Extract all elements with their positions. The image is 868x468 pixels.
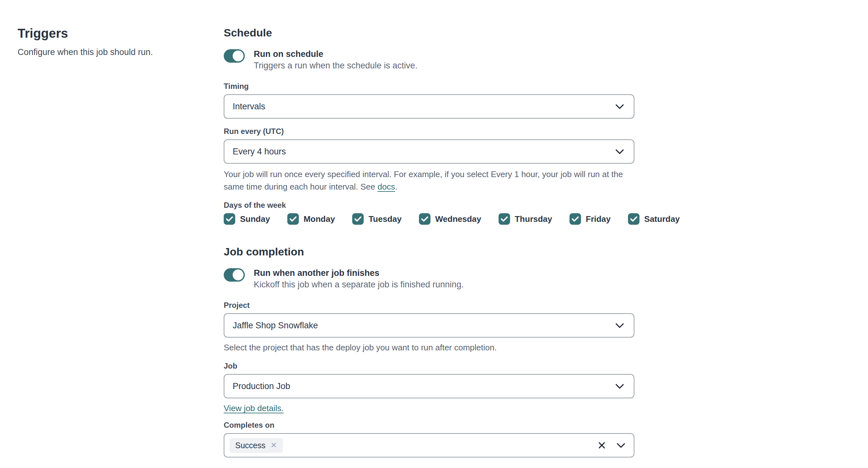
docs-link[interactable]: docs [377, 182, 395, 191]
schedule-section: Schedule Run on schedule Triggers a run … [224, 26, 634, 225]
day-label: Friday [586, 214, 611, 224]
remove-chip-icon[interactable]: ✕ [270, 441, 277, 449]
day-label: Sunday [240, 214, 270, 224]
day-checkbox-monday[interactable]: Monday [287, 213, 335, 225]
checkbox-checked-icon[interactable] [352, 213, 364, 225]
timing-label: Timing [224, 82, 634, 91]
toggle-knob [232, 51, 244, 61]
help-text-suffix: . [395, 182, 397, 191]
day-checkbox-friday[interactable]: Friday [569, 213, 611, 225]
multiselect-controls [598, 441, 625, 449]
project-help-text: Select the project that has the deploy j… [224, 341, 634, 354]
run-on-schedule-toggle[interactable] [224, 49, 245, 63]
project-select[interactable]: Jaffle Shop Snowflake [224, 313, 634, 338]
triggers-settings-page: Triggers Configure when this job should … [0, 0, 868, 466]
days-of-week-row: Sunday Monday Tuesday Wednesday [224, 213, 634, 225]
run-when-finishes-description: Kickoff this job when a separate job is … [254, 278, 464, 290]
selected-chip-success: Success ✕ [229, 438, 283, 453]
page-subtitle: Configure when this job should run. [18, 47, 224, 58]
run-on-schedule-text: Run on schedule Triggers a run when the … [254, 49, 417, 72]
triggers-panel: Triggers Configure when this job should … [0, 26, 224, 58]
job-label: Job [224, 362, 634, 371]
checkbox-checked-icon[interactable] [287, 213, 299, 225]
day-label: Wednesday [435, 214, 481, 224]
days-of-week-group: Days of the week Sunday Monday Tuesday [224, 201, 634, 225]
day-checkbox-wednesday[interactable]: Wednesday [419, 213, 481, 225]
job-select-value: Production Job [232, 381, 290, 391]
job-field: Job Production Job View job details. [224, 362, 634, 414]
schedule-heading: Schedule [224, 26, 634, 39]
day-label: Tuesday [369, 214, 402, 224]
view-job-details-link[interactable]: View job details. [224, 403, 283, 414]
run-on-schedule-description: Triggers a run when the schedule is acti… [254, 59, 417, 72]
chip-label: Success [235, 441, 265, 450]
days-of-week-label: Days of the week [224, 201, 634, 210]
checkbox-checked-icon[interactable] [628, 213, 640, 225]
chevron-down-icon [615, 149, 624, 154]
day-label: Saturday [644, 214, 680, 224]
timing-select-value: Intervals [232, 102, 265, 112]
timing-field: Timing Intervals [224, 82, 634, 119]
run-every-help-text: Your job will run once every specified i… [224, 168, 634, 193]
run-every-select[interactable]: Every 4 hours [224, 139, 634, 164]
page-title: Triggers [18, 26, 224, 40]
day-checkbox-saturday[interactable]: Saturday [628, 213, 680, 225]
toggle-knob [232, 270, 244, 280]
run-on-schedule-label: Run on schedule [254, 49, 417, 59]
completes-on-field: Completes on Success ✕ [224, 421, 634, 458]
completes-on-multiselect[interactable]: Success ✕ [224, 433, 634, 458]
run-when-finishes-toggle[interactable] [224, 268, 245, 282]
run-every-field: Run every (UTC) Every 4 hours Your job w… [224, 127, 634, 193]
chevron-down-icon [615, 104, 624, 109]
chevron-down-icon[interactable] [617, 443, 625, 448]
day-checkbox-tuesday[interactable]: Tuesday [352, 213, 402, 225]
checkbox-checked-icon[interactable] [224, 213, 235, 225]
day-label: Thursday [515, 214, 552, 224]
run-when-finishes-text: Run when another job finishes Kickoff th… [254, 268, 464, 290]
project-select-value: Jaffle Shop Snowflake [232, 321, 318, 331]
job-completion-section: Job completion Run when another job fini… [224, 245, 634, 458]
project-field: Project Jaffle Shop Snowflake Select the… [224, 301, 634, 354]
day-label: Monday [304, 214, 335, 224]
day-checkbox-sunday[interactable]: Sunday [224, 213, 270, 225]
run-every-label: Run every (UTC) [224, 127, 634, 136]
help-text-body: Your job will run once every specified i… [224, 169, 623, 191]
checkbox-checked-icon[interactable] [419, 213, 431, 225]
job-select[interactable]: Production Job [224, 374, 634, 398]
run-on-schedule-row: Run on schedule Triggers a run when the … [224, 49, 634, 72]
day-checkbox-thursday[interactable]: Thursday [499, 213, 552, 225]
triggers-form: Schedule Run on schedule Triggers a run … [224, 26, 634, 466]
checkbox-checked-icon[interactable] [569, 213, 581, 225]
run-every-select-value: Every 4 hours [232, 147, 286, 157]
clear-all-icon[interactable] [598, 441, 606, 449]
project-label: Project [224, 301, 634, 310]
chevron-down-icon [615, 323, 624, 328]
run-when-finishes-label: Run when another job finishes [254, 268, 464, 278]
run-when-finishes-row: Run when another job finishes Kickoff th… [224, 268, 634, 290]
chevron-down-icon [615, 384, 624, 389]
completes-on-label: Completes on [224, 421, 634, 430]
timing-select[interactable]: Intervals [224, 94, 634, 119]
checkbox-checked-icon[interactable] [499, 213, 510, 225]
job-completion-heading: Job completion [224, 245, 634, 258]
